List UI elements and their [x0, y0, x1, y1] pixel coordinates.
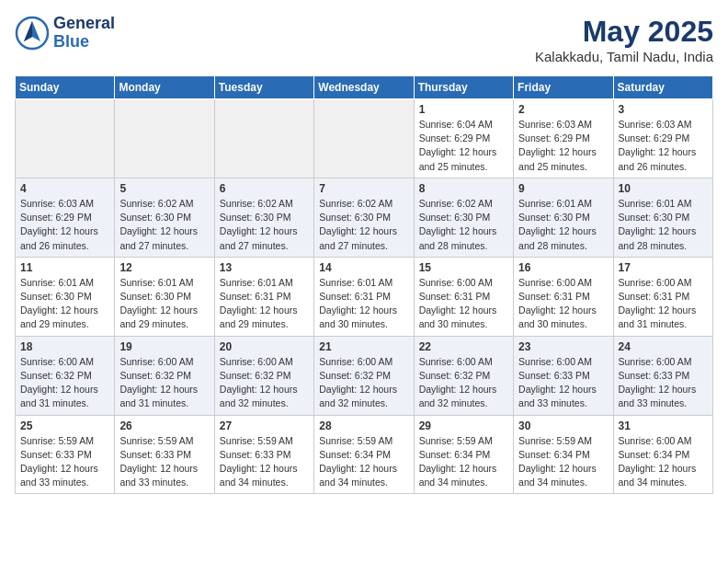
day-info: Sunrise: 6:00 AMSunset: 6:33 PMDaylight:…: [518, 355, 608, 411]
header-tuesday: Tuesday: [214, 76, 313, 99]
day-number: 16: [518, 261, 608, 274]
day-number: 6: [220, 182, 309, 195]
calendar-cell: 4 Sunrise: 6:03 AMSunset: 6:29 PMDayligh…: [16, 178, 115, 257]
day-info: Sunrise: 6:03 AMSunset: 6:29 PMDaylight:…: [518, 118, 608, 174]
calendar-cell: 6 Sunrise: 6:02 AMSunset: 6:30 PMDayligh…: [214, 178, 313, 257]
logo: General Blue: [15, 15, 115, 52]
calendar-cell: 9 Sunrise: 6:01 AMSunset: 6:30 PMDayligh…: [514, 178, 613, 257]
day-info: Sunrise: 6:02 AMSunset: 6:30 PMDaylight:…: [220, 197, 309, 253]
day-info: Sunrise: 6:00 AMSunset: 6:32 PMDaylight:…: [20, 355, 109, 411]
header-friday: Friday: [514, 76, 613, 99]
calendar-cell: 27 Sunrise: 5:59 AMSunset: 6:33 PMDaylig…: [214, 415, 313, 494]
calendar-cell: 15 Sunrise: 6:00 AMSunset: 6:31 PMDaylig…: [414, 257, 513, 336]
calendar-cell: 11 Sunrise: 6:01 AMSunset: 6:30 PMDaylig…: [16, 257, 115, 336]
day-number: 9: [518, 182, 608, 195]
location-subtitle: Kalakkadu, Tamil Nadu, India: [535, 49, 713, 64]
day-number: 15: [419, 261, 508, 274]
calendar-cell: 17 Sunrise: 6:00 AMSunset: 6:31 PMDaylig…: [613, 257, 712, 336]
day-info: Sunrise: 5:59 AMSunset: 6:33 PMDaylight:…: [119, 434, 209, 490]
calendar-cell: 19 Sunrise: 6:00 AMSunset: 6:32 PMDaylig…: [115, 336, 214, 415]
week-row-4: 18 Sunrise: 6:00 AMSunset: 6:32 PMDaylig…: [16, 336, 713, 415]
calendar-cell: 21 Sunrise: 6:00 AMSunset: 6:32 PMDaylig…: [314, 336, 414, 415]
day-info: Sunrise: 6:00 AMSunset: 6:32 PMDaylight:…: [119, 355, 209, 411]
week-row-3: 11 Sunrise: 6:01 AMSunset: 6:30 PMDaylig…: [16, 257, 713, 336]
calendar-cell: [314, 99, 414, 178]
calendar-cell: 16 Sunrise: 6:00 AMSunset: 6:31 PMDaylig…: [514, 257, 613, 336]
calendar-cell: 7 Sunrise: 6:02 AMSunset: 6:30 PMDayligh…: [314, 178, 414, 257]
day-number: 29: [419, 419, 508, 432]
calendar-cell: 28 Sunrise: 5:59 AMSunset: 6:34 PMDaylig…: [314, 415, 414, 494]
day-number: 18: [20, 340, 109, 353]
day-info: Sunrise: 5:59 AMSunset: 6:33 PMDaylight:…: [220, 434, 309, 490]
day-number: 12: [119, 261, 209, 274]
calendar-cell: 3 Sunrise: 6:03 AMSunset: 6:29 PMDayligh…: [613, 99, 712, 178]
calendar-cell: 12 Sunrise: 6:01 AMSunset: 6:30 PMDaylig…: [115, 257, 214, 336]
header-monday: Monday: [115, 76, 214, 99]
calendar-cell: 24 Sunrise: 6:00 AMSunset: 6:33 PMDaylig…: [613, 336, 712, 415]
calendar-cell: 14 Sunrise: 6:01 AMSunset: 6:31 PMDaylig…: [314, 257, 414, 336]
day-number: 17: [619, 261, 708, 274]
day-number: 26: [119, 419, 209, 432]
week-row-2: 4 Sunrise: 6:03 AMSunset: 6:29 PMDayligh…: [16, 178, 713, 257]
header-sunday: Sunday: [16, 76, 115, 99]
logo-icon: [15, 16, 50, 51]
day-number: 5: [119, 182, 209, 195]
calendar-cell: 10 Sunrise: 6:01 AMSunset: 6:30 PMDaylig…: [613, 178, 712, 257]
day-number: 14: [319, 261, 408, 274]
day-info: Sunrise: 6:00 AMSunset: 6:32 PMDaylight:…: [220, 355, 309, 411]
day-number: 24: [619, 340, 708, 353]
calendar-cell: 8 Sunrise: 6:02 AMSunset: 6:30 PMDayligh…: [414, 178, 513, 257]
day-info: Sunrise: 6:00 AMSunset: 6:34 PMDaylight:…: [619, 434, 708, 490]
calendar-cell: 22 Sunrise: 6:00 AMSunset: 6:32 PMDaylig…: [414, 336, 513, 415]
day-number: 1: [419, 103, 508, 116]
day-number: 3: [619, 103, 708, 116]
day-info: Sunrise: 6:03 AMSunset: 6:29 PMDaylight:…: [619, 118, 708, 174]
day-info: Sunrise: 6:03 AMSunset: 6:29 PMDaylight:…: [20, 197, 109, 253]
day-number: 27: [220, 419, 309, 432]
day-info: Sunrise: 6:01 AMSunset: 6:30 PMDaylight:…: [619, 197, 708, 253]
day-number: 10: [619, 182, 708, 195]
day-info: Sunrise: 5:59 AMSunset: 6:34 PMDaylight:…: [518, 434, 608, 490]
header-wednesday: Wednesday: [314, 76, 414, 99]
logo-general-text: General: [53, 15, 115, 33]
day-number: 28: [319, 419, 408, 432]
calendar-cell: 1 Sunrise: 6:04 AMSunset: 6:29 PMDayligh…: [414, 99, 513, 178]
day-number: 4: [20, 182, 109, 195]
weekday-header-row: Sunday Monday Tuesday Wednesday Thursday…: [16, 76, 713, 99]
calendar-cell: 13 Sunrise: 6:01 AMSunset: 6:31 PMDaylig…: [214, 257, 313, 336]
day-info: Sunrise: 6:01 AMSunset: 6:30 PMDaylight:…: [518, 197, 608, 253]
day-info: Sunrise: 6:00 AMSunset: 6:32 PMDaylight:…: [319, 355, 408, 411]
calendar-cell: [16, 99, 115, 178]
day-number: 22: [419, 340, 508, 353]
day-info: Sunrise: 6:00 AMSunset: 6:32 PMDaylight:…: [419, 355, 508, 411]
day-number: 13: [220, 261, 309, 274]
day-info: Sunrise: 6:04 AMSunset: 6:29 PMDaylight:…: [419, 118, 508, 174]
calendar-cell: 2 Sunrise: 6:03 AMSunset: 6:29 PMDayligh…: [514, 99, 613, 178]
day-number: 7: [319, 182, 408, 195]
day-number: 8: [419, 182, 508, 195]
day-number: 25: [20, 419, 109, 432]
day-number: 11: [20, 261, 109, 274]
calendar-cell: 25 Sunrise: 5:59 AMSunset: 6:33 PMDaylig…: [16, 415, 115, 494]
calendar-cell: 18 Sunrise: 6:00 AMSunset: 6:32 PMDaylig…: [16, 336, 115, 415]
calendar-cell: 20 Sunrise: 6:00 AMSunset: 6:32 PMDaylig…: [214, 336, 313, 415]
day-number: 31: [619, 419, 708, 432]
month-year-title: May 2025: [535, 15, 713, 49]
calendar-cell: [115, 99, 214, 178]
calendar-table: Sunday Monday Tuesday Wednesday Thursday…: [15, 75, 713, 494]
day-info: Sunrise: 6:01 AMSunset: 6:31 PMDaylight:…: [319, 276, 408, 332]
day-info: Sunrise: 6:01 AMSunset: 6:31 PMDaylight:…: [220, 276, 309, 332]
week-row-5: 25 Sunrise: 5:59 AMSunset: 6:33 PMDaylig…: [16, 415, 713, 494]
day-info: Sunrise: 6:02 AMSunset: 6:30 PMDaylight:…: [119, 197, 209, 253]
header-saturday: Saturday: [613, 76, 712, 99]
day-number: 23: [518, 340, 608, 353]
calendar-cell: 31 Sunrise: 6:00 AMSunset: 6:34 PMDaylig…: [613, 415, 712, 494]
day-info: Sunrise: 6:01 AMSunset: 6:30 PMDaylight:…: [119, 276, 209, 332]
title-block: May 2025 Kalakkadu, Tamil Nadu, India: [535, 15, 713, 64]
header-thursday: Thursday: [414, 76, 513, 99]
day-info: Sunrise: 6:00 AMSunset: 6:31 PMDaylight:…: [619, 276, 708, 332]
calendar-cell: [214, 99, 313, 178]
calendar-cell: 29 Sunrise: 5:59 AMSunset: 6:34 PMDaylig…: [414, 415, 513, 494]
day-info: Sunrise: 5:59 AMSunset: 6:34 PMDaylight:…: [419, 434, 508, 490]
calendar-cell: 30 Sunrise: 5:59 AMSunset: 6:34 PMDaylig…: [514, 415, 613, 494]
